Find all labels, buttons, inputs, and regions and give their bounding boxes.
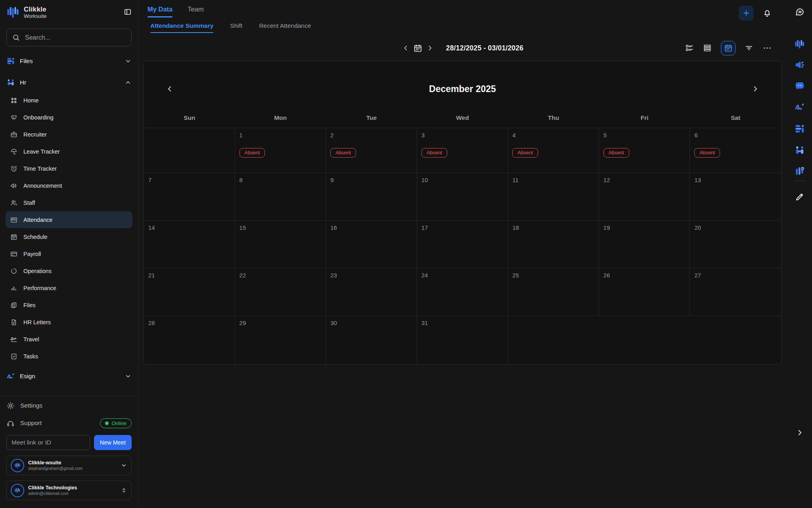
date-range-label: 28/12/2025 - 03/01/2026 xyxy=(446,44,523,52)
new-meet-button[interactable]: New Meet xyxy=(94,435,132,450)
calendar-day-cell[interactable]: 26 xyxy=(599,268,690,316)
sidebar-item-label: Tasks xyxy=(23,353,38,360)
calendar-view-button[interactable] xyxy=(721,41,735,56)
sidebar-item-home[interactable]: Home xyxy=(6,92,132,109)
card-view-button[interactable] xyxy=(685,44,694,52)
add-button[interactable] xyxy=(739,6,754,21)
calendar-day-cell[interactable]: 27 xyxy=(690,268,781,316)
calendar-day-cell[interactable]: 20 xyxy=(690,220,781,268)
subtab-recent-attendance[interactable]: Recent Attendance xyxy=(259,22,311,33)
date-picker-button[interactable] xyxy=(413,44,422,53)
calendar-day-cell[interactable]: 2Absent xyxy=(326,128,417,173)
clikkle-bars-button[interactable] xyxy=(794,39,805,51)
filter-button[interactable] xyxy=(745,44,753,52)
tab-my-data[interactable]: My Data xyxy=(147,6,172,17)
hr-app-button[interactable] xyxy=(794,145,805,157)
row-view-button[interactable] xyxy=(703,44,712,52)
sidebar-item-schedule[interactable]: Schedule xyxy=(6,228,132,245)
calendar-day-cell[interactable]: 17 xyxy=(417,220,508,268)
search-input[interactable] xyxy=(25,34,126,41)
date-next-button[interactable] xyxy=(426,44,434,52)
calendar-day-cell[interactable]: 23 xyxy=(326,268,417,316)
sidebar-item-leave-tracker[interactable]: Leave Tracker xyxy=(6,143,132,160)
calendar-day-cell[interactable]: 8 xyxy=(235,173,326,220)
calendar-day-cell[interactable]: 30 xyxy=(326,316,417,364)
sidebar-item-hr-letters[interactable]: HR Letters xyxy=(6,314,132,331)
calendar-day-cell[interactable]: 10 xyxy=(417,173,508,220)
calendar-day-cell[interactable]: 14 xyxy=(144,220,235,268)
sidebar-collapse-button[interactable] xyxy=(124,8,132,17)
calendar-icon xyxy=(10,233,17,241)
calendar-day-cell[interactable]: 18 xyxy=(508,220,599,268)
tab-team[interactable]: Team xyxy=(188,6,203,17)
calendar-day-cell[interactable] xyxy=(508,316,781,364)
more-button[interactable] xyxy=(762,43,772,53)
date-prev-button[interactable] xyxy=(402,44,410,52)
chat-face-button[interactable] xyxy=(794,81,805,92)
calendar-day-cell[interactable]: 24 xyxy=(417,268,508,316)
calendar-day-cell[interactable]: 13 xyxy=(690,173,781,220)
weekday-label: Thu xyxy=(508,114,599,121)
calendar-day-cell[interactable]: 1Absent xyxy=(235,128,326,173)
calendar-day-cell[interactable] xyxy=(144,128,235,173)
sidebar-item-travel[interactable]: Travel xyxy=(6,331,132,348)
rail-expand-button[interactable] xyxy=(795,428,804,438)
calendar-day-cell[interactable]: 4Absent xyxy=(508,128,599,173)
calendar-day-cell[interactable]: 5Absent xyxy=(599,128,690,173)
sidebar-item-files[interactable]: Files xyxy=(6,296,132,314)
files-app-button[interactable] xyxy=(794,123,805,135)
sidebar-item-operations[interactable]: Operations xyxy=(6,262,132,279)
calendar-day-cell[interactable]: 15 xyxy=(235,220,326,268)
calendar-day-cell[interactable]: 25 xyxy=(508,268,599,316)
chat-bubble-button[interactable] xyxy=(795,7,804,18)
view-controls xyxy=(685,41,781,56)
sidebar-item-payroll[interactable]: Payroll xyxy=(6,245,132,262)
sidebar-item-announcement[interactable]: Announcement xyxy=(6,177,132,194)
sidebar-item-recruiter[interactable]: Recruiter xyxy=(6,126,132,143)
calendar-day-cell[interactable]: 6Absent xyxy=(690,128,781,173)
calendar-day-cell[interactable]: 22 xyxy=(235,268,326,316)
calendar-day-cell[interactable]: 16 xyxy=(326,220,417,268)
day-number: 6 xyxy=(694,132,697,139)
calendar-day-cell[interactable]: 11 xyxy=(508,173,599,220)
bars-check-button[interactable] xyxy=(794,166,805,178)
account-switcher-clikkle-wsuite[interactable]: Clikkle-wsuitestephandgraham@gmail.com xyxy=(6,456,132,475)
calendar-day-cell[interactable]: 12 xyxy=(599,173,690,220)
sidebar-item-settings[interactable]: Settings xyxy=(6,397,132,414)
subtab-attendance-summary[interactable]: Attendance Summary xyxy=(150,22,213,33)
calendar-day-cell[interactable]: 21 xyxy=(144,268,235,316)
day-number: 29 xyxy=(239,319,246,326)
sidebar-item-label: Files xyxy=(23,302,36,308)
calendar-day-cell[interactable]: 7 xyxy=(144,173,235,220)
sidebar-item-time-tracker[interactable]: Time Tracker xyxy=(6,160,132,177)
meet-link-input[interactable] xyxy=(6,435,90,450)
subtab-shift[interactable]: Shift xyxy=(230,22,242,33)
signature-app-button[interactable] xyxy=(794,102,805,114)
search-box[interactable] xyxy=(6,29,132,46)
sidebar-item-attendance[interactable]: Attendance xyxy=(6,211,132,228)
sidebar-item-tasks[interactable]: Tasks xyxy=(6,348,132,365)
calendar-day-cell[interactable]: 19 xyxy=(599,220,690,268)
calendar-day-cell[interactable]: 28 xyxy=(144,316,235,364)
calendar-prev-month-button[interactable] xyxy=(165,85,174,93)
calendar-day-cell[interactable]: 29 xyxy=(235,316,326,364)
sidebar-item-onboarding[interactable]: Onboarding xyxy=(6,109,132,126)
notifications-button[interactable] xyxy=(762,8,772,18)
calendar-day-cell[interactable]: 31 xyxy=(417,316,508,364)
pencil-button[interactable] xyxy=(795,192,804,203)
calendar-day-cell[interactable]: 9 xyxy=(326,173,417,220)
calendar-day-cell[interactable]: 3Absent xyxy=(417,128,508,173)
sidebar-group-hr[interactable]: Hr xyxy=(6,73,132,92)
sidebar-item-staff[interactable]: Staff xyxy=(6,194,132,211)
account-switcher-clikkle-technologies[interactable]: Clikkle Technologiesadmin@clikkmail.com xyxy=(6,481,132,500)
megaphone-app-button[interactable] xyxy=(794,60,805,71)
day-number: 17 xyxy=(421,224,428,231)
sidebar-item-label: Time Tracker xyxy=(23,165,57,172)
day-number: 18 xyxy=(512,224,519,231)
sidebar-group-files[interactable]: Files xyxy=(6,52,132,70)
sidebar-item-performance[interactable]: Performance xyxy=(6,279,132,296)
account-info: Clikkle-wsuitestephandgraham@gmail.com xyxy=(28,460,82,471)
sidebar-group-esign[interactable]: Esign xyxy=(6,367,132,385)
calendar-next-month-button[interactable] xyxy=(751,85,760,93)
sidebar-item-support[interactable]: SupportOnline xyxy=(6,414,132,432)
